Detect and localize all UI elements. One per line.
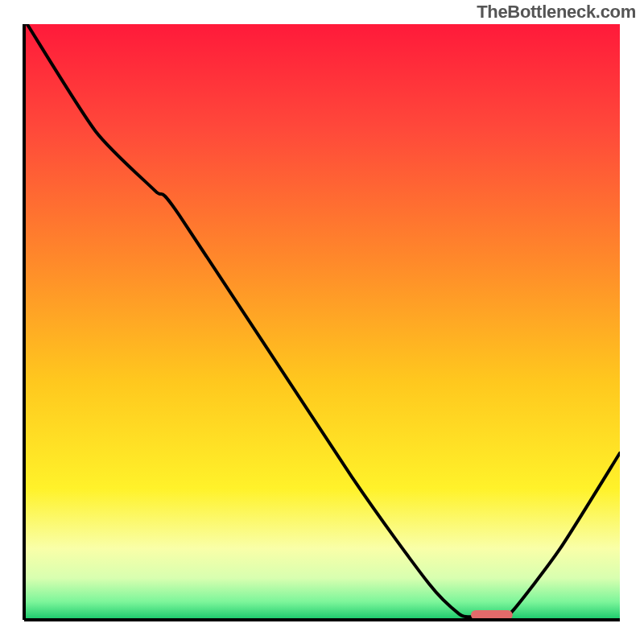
bottleneck-chart (0, 0, 644, 644)
watermark-text: TheBottleneck.com (477, 2, 636, 23)
gradient-background (24, 24, 620, 620)
